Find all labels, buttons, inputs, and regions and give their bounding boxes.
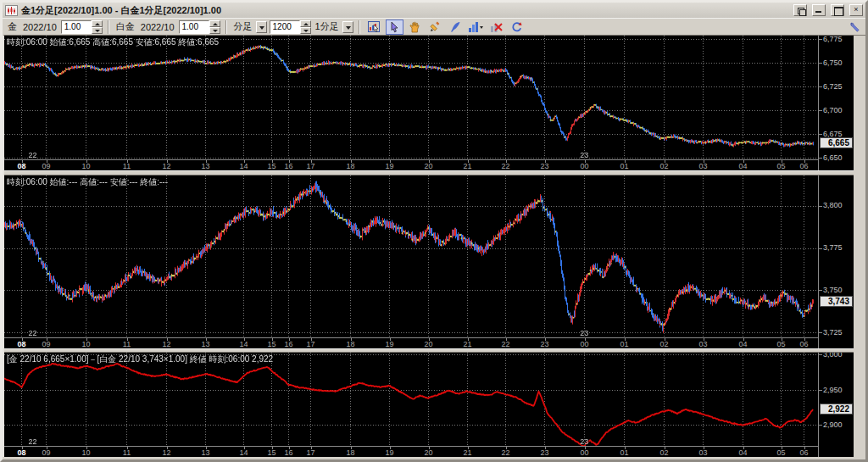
period-type-combo[interactable]: 分足: [232, 20, 267, 34]
settings-button[interactable]: [847, 19, 862, 35]
toolbar-separator: [359, 20, 360, 34]
minimize-button[interactable]: [812, 4, 826, 16]
time-tick-label: 23: [540, 448, 548, 457]
time-tick-label: 10: [81, 448, 90, 457]
select-tool-button[interactable]: [386, 19, 403, 35]
refresh-icon: [510, 21, 523, 33]
spin-up-icon[interactable]: [300, 20, 311, 27]
time-tick-label: 02: [659, 448, 668, 457]
app-window: 金1分足[2022/10]1.00 - 白金1分足[2022/10]1.00 ×…: [0, 0, 868, 462]
right-rail: [854, 35, 865, 457]
chart-cursor-tool-button[interactable]: [365, 19, 383, 35]
gold-chart-plot[interactable]: 時刻:06:00 始値:6,665 高値:6,665 安値:6,665 終値:6…: [4, 36, 818, 159]
price-tick-label: 6,750: [823, 58, 843, 67]
price-tick-label: 3,800: [823, 201, 843, 209]
spin-up-icon[interactable]: [92, 20, 103, 27]
time-tick-label: 16: [284, 448, 292, 457]
time-tick-label: 20: [424, 448, 432, 457]
toolbar-separator: [225, 20, 227, 34]
time-tick-label: 16: [284, 162, 292, 170]
select-arrow-icon: [389, 21, 400, 33]
time-tick-label: 06: [799, 448, 808, 457]
instrument2-ratio-spinner[interactable]: [179, 20, 220, 34]
time-tick-label: 00: [580, 340, 588, 348]
time-tick-label: 05: [776, 162, 785, 170]
platinum-price-axis: 3,743 3,8003,7753,7503,725: [818, 175, 854, 348]
time-tick-label: 23: [540, 340, 548, 348]
time-tick-label: 12: [162, 162, 170, 170]
spread-time-axis: 0809101112131415161718192021222300010203…: [4, 446, 818, 457]
time-tick-label: 12: [162, 340, 170, 348]
time-tick-label: 09: [42, 448, 50, 457]
spin-down-icon[interactable]: [300, 27, 311, 34]
date-mark: 23: [580, 329, 588, 337]
price-tick-label: 3,750: [823, 286, 843, 294]
price-tick-label: 3,725: [823, 328, 843, 337]
price-tick-label: 2,900: [823, 420, 843, 429]
delete-chart-icon: [490, 21, 503, 33]
time-tick-label: 06: [799, 162, 808, 170]
maximize-button[interactable]: [831, 4, 844, 16]
spin-down-icon[interactable]: [209, 27, 220, 34]
chevron-down-icon[interactable]: [342, 21, 353, 33]
close-button[interactable]: ×: [849, 4, 863, 16]
interval-combo[interactable]: 1分足: [314, 20, 353, 34]
chart-cursor-icon: [368, 21, 381, 33]
time-tick-label: 22: [501, 162, 509, 170]
platinum-candlestick-canvas: [4, 175, 818, 337]
date-mark: 23: [580, 151, 588, 159]
platinum-ohlc-readout: 時刻:06:00 始値:--- 高値:--- 安値:--- 終値:---: [7, 176, 168, 188]
time-tick-label: 21: [463, 162, 471, 170]
time-tick-label: 10: [81, 340, 90, 348]
time-tick-label: 11: [123, 162, 131, 170]
toolbar-separator: [108, 20, 109, 34]
bar-count-spinner[interactable]: [270, 20, 311, 34]
spread-chart-plot[interactable]: [金 22/10 6,665×1.00]－[白金 22/10 3,743×1.0…: [4, 353, 818, 446]
time-tick-label: 17: [306, 448, 314, 457]
annotate-tool-button[interactable]: [447, 19, 465, 35]
price-tick-label: 3,775: [823, 243, 843, 252]
refresh-button[interactable]: [508, 19, 526, 35]
float-window-button[interactable]: [793, 4, 807, 16]
time-tick-label: 17: [306, 340, 314, 348]
spin-up-icon[interactable]: [209, 20, 220, 27]
instrument1-ratio-input[interactable]: [61, 20, 92, 34]
chart-type-button[interactable]: [467, 19, 485, 35]
platinum-chart-plot[interactable]: 時刻:06:00 始値:--- 高値:--- 安値:--- 終値:--- 222…: [4, 175, 818, 337]
spread-formula-readout: [金 22/10 6,665×1.00]－[白金 22/10 3,743×1.0…: [7, 353, 273, 365]
bar-count-input[interactable]: [270, 20, 300, 34]
time-tick-label: 13: [201, 448, 209, 457]
chevron-down-icon[interactable]: [256, 21, 267, 33]
time-tick-label: 18: [346, 340, 354, 348]
spin-down-icon[interactable]: [92, 27, 103, 34]
platinum-panel: 時刻:06:00 始値:--- 高値:--- 安値:--- 終値:--- 222…: [4, 175, 854, 348]
time-tick-label: 06: [799, 340, 808, 348]
time-tick-label: 01: [620, 448, 628, 457]
spread-panel: [金 22/10 6,665×1.00]－[白金 22/10 3,743×1.0…: [4, 353, 854, 457]
time-tick-label: 09: [42, 340, 50, 348]
draw-tool-button[interactable]: [426, 19, 444, 35]
platinum-time-axis: 0809101112131415161718192021222300010203…: [4, 337, 818, 348]
time-tick-label: 22: [501, 340, 509, 348]
time-tick-label: 04: [738, 340, 747, 348]
time-tick-label: 14: [239, 162, 248, 170]
time-tick-label: 02: [659, 162, 668, 170]
gold-panel: 時刻:06:00 始値:6,665 高値:6,665 安値:6,665 終値:6…: [4, 36, 854, 170]
clear-indicator-button[interactable]: [487, 19, 505, 35]
instrument2-month: 2022/10: [139, 22, 176, 32]
pencil-icon: [429, 21, 441, 33]
gold-last-price-box: 6,665: [820, 137, 853, 148]
spread-line-canvas: [4, 353, 818, 446]
bar-chart-icon: [468, 21, 484, 33]
price-tick-label: 6,725: [823, 82, 843, 91]
instrument1-ratio-spinner[interactable]: [61, 20, 103, 34]
price-tick-label: 6,650: [823, 153, 843, 162]
pan-tool-button[interactable]: [406, 19, 424, 35]
spread-last-price-box: 2,922: [820, 404, 853, 415]
time-tick-label: 03: [698, 340, 707, 348]
time-tick-label: 01: [620, 162, 628, 170]
gold-time-axis: 0809101112131415161718192021222300010203…: [4, 159, 818, 170]
titlebar: 金1分足[2022/10]1.00 - 白金1分足[2022/10]1.00 ×: [3, 3, 865, 18]
time-tick-label: 12: [162, 448, 170, 457]
instrument2-ratio-input[interactable]: [179, 20, 209, 34]
